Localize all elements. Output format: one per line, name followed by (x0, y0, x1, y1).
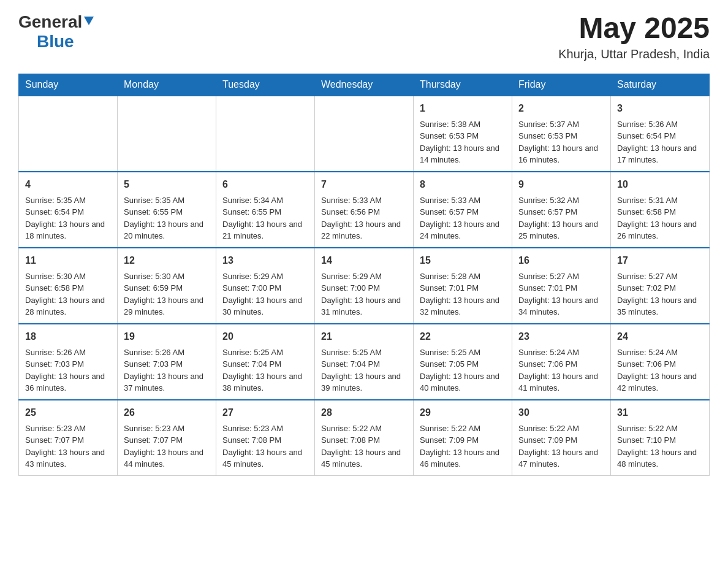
day-number: 4 (25, 177, 111, 192)
calendar-cell: 26Sunrise: 5:23 AM Sunset: 7:07 PM Dayli… (118, 400, 216, 476)
logo-general-text: General (18, 12, 82, 32)
day-info: Sunrise: 5:27 AM Sunset: 7:02 PM Dayligh… (617, 270, 703, 318)
day-info: Sunrise: 5:23 AM Sunset: 7:07 PM Dayligh… (25, 423, 111, 470)
calendar-cell: 16Sunrise: 5:27 AM Sunset: 7:01 PM Dayli… (512, 248, 611, 324)
calendar-body: 1Sunrise: 5:38 AM Sunset: 6:53 PM Daylig… (19, 96, 710, 476)
calendar-cell: 24Sunrise: 5:24 AM Sunset: 7:06 PM Dayli… (611, 324, 710, 400)
calendar-week-row: 18Sunrise: 5:26 AM Sunset: 7:03 PM Dayli… (19, 324, 710, 400)
day-number: 20 (222, 329, 308, 344)
calendar-cell (315, 96, 414, 172)
day-info: Sunrise: 5:26 AM Sunset: 7:03 PM Dayligh… (124, 347, 210, 394)
day-info: Sunrise: 5:24 AM Sunset: 7:06 PM Dayligh… (518, 347, 604, 394)
calendar-cell: 22Sunrise: 5:25 AM Sunset: 7:05 PM Dayli… (414, 324, 512, 400)
day-info: Sunrise: 5:26 AM Sunset: 7:03 PM Dayligh… (25, 347, 111, 394)
day-of-week-header: Tuesday (216, 74, 315, 96)
day-number: 21 (321, 329, 407, 344)
calendar-cell: 28Sunrise: 5:22 AM Sunset: 7:08 PM Dayli… (315, 400, 414, 476)
day-info: Sunrise: 5:34 AM Sunset: 6:55 PM Dayligh… (222, 194, 308, 242)
calendar-cell: 12Sunrise: 5:30 AM Sunset: 6:59 PM Dayli… (118, 248, 216, 324)
day-info: Sunrise: 5:33 AM Sunset: 6:56 PM Dayligh… (321, 194, 407, 242)
day-info: Sunrise: 5:25 AM Sunset: 7:04 PM Dayligh… (321, 347, 407, 394)
day-number: 27 (222, 405, 308, 420)
calendar-cell: 14Sunrise: 5:29 AM Sunset: 7:00 PM Dayli… (315, 248, 414, 324)
calendar-cell (216, 96, 315, 172)
day-info: Sunrise: 5:35 AM Sunset: 6:54 PM Dayligh… (25, 194, 111, 242)
day-info: Sunrise: 5:27 AM Sunset: 7:01 PM Dayligh… (518, 270, 604, 318)
day-info: Sunrise: 5:37 AM Sunset: 6:53 PM Dayligh… (518, 118, 604, 166)
day-info: Sunrise: 5:29 AM Sunset: 7:00 PM Dayligh… (222, 270, 308, 318)
day-info: Sunrise: 5:25 AM Sunset: 7:05 PM Dayligh… (420, 347, 506, 394)
day-of-week-header: Sunday (19, 74, 118, 96)
day-number: 15 (420, 253, 506, 268)
logo-triangle-icon (84, 17, 94, 25)
day-number: 6 (222, 177, 308, 192)
calendar-week-row: 4Sunrise: 5:35 AM Sunset: 6:54 PM Daylig… (19, 172, 710, 248)
day-info: Sunrise: 5:29 AM Sunset: 7:00 PM Dayligh… (321, 270, 407, 318)
day-info: Sunrise: 5:22 AM Sunset: 7:08 PM Dayligh… (321, 423, 407, 470)
day-info: Sunrise: 5:22 AM Sunset: 7:09 PM Dayligh… (420, 423, 506, 470)
calendar-cell (118, 96, 216, 172)
page-header: General Blue May 2025 Khurja, Uttar Prad… (18, 12, 710, 61)
day-number: 12 (124, 253, 210, 268)
calendar-cell: 13Sunrise: 5:29 AM Sunset: 7:00 PM Dayli… (216, 248, 315, 324)
day-of-week-header: Monday (118, 74, 216, 96)
calendar-week-row: 11Sunrise: 5:30 AM Sunset: 6:58 PM Dayli… (19, 248, 710, 324)
day-number: 24 (617, 329, 703, 344)
day-number: 7 (321, 177, 407, 192)
calendar-week-row: 1Sunrise: 5:38 AM Sunset: 6:53 PM Daylig… (19, 96, 710, 172)
calendar-cell: 17Sunrise: 5:27 AM Sunset: 7:02 PM Dayli… (611, 248, 710, 324)
day-number: 29 (420, 405, 506, 420)
day-info: Sunrise: 5:31 AM Sunset: 6:58 PM Dayligh… (617, 194, 703, 242)
calendar-cell: 27Sunrise: 5:23 AM Sunset: 7:08 PM Dayli… (216, 400, 315, 476)
day-number: 28 (321, 405, 407, 420)
calendar-cell: 1Sunrise: 5:38 AM Sunset: 6:53 PM Daylig… (414, 96, 512, 172)
day-number: 18 (25, 329, 111, 344)
calendar-header: SundayMondayTuesdayWednesdayThursdayFrid… (19, 74, 710, 96)
day-info: Sunrise: 5:22 AM Sunset: 7:10 PM Dayligh… (617, 423, 703, 470)
day-number: 10 (617, 177, 703, 192)
day-info: Sunrise: 5:38 AM Sunset: 6:53 PM Dayligh… (420, 118, 506, 166)
calendar-cell: 31Sunrise: 5:22 AM Sunset: 7:10 PM Dayli… (611, 400, 710, 476)
day-number: 19 (124, 329, 210, 344)
calendar-cell (19, 96, 118, 172)
day-number: 30 (518, 405, 604, 420)
day-number: 25 (25, 405, 111, 420)
calendar-cell: 29Sunrise: 5:22 AM Sunset: 7:09 PM Dayli… (414, 400, 512, 476)
day-number: 9 (518, 177, 604, 192)
calendar-cell: 4Sunrise: 5:35 AM Sunset: 6:54 PM Daylig… (19, 172, 118, 248)
day-of-week-header: Wednesday (315, 74, 414, 96)
day-of-week-header: Thursday (414, 74, 512, 96)
location-subtitle: Khurja, Uttar Pradesh, India (558, 47, 710, 61)
day-info: Sunrise: 5:24 AM Sunset: 7:06 PM Dayligh… (617, 347, 703, 394)
day-info: Sunrise: 5:30 AM Sunset: 6:58 PM Dayligh… (25, 270, 111, 318)
day-number: 5 (124, 177, 210, 192)
day-info: Sunrise: 5:23 AM Sunset: 7:07 PM Dayligh… (124, 423, 210, 470)
day-info: Sunrise: 5:28 AM Sunset: 7:01 PM Dayligh… (420, 270, 506, 318)
day-info: Sunrise: 5:22 AM Sunset: 7:09 PM Dayligh… (518, 423, 604, 470)
calendar-cell: 3Sunrise: 5:36 AM Sunset: 6:54 PM Daylig… (611, 96, 710, 172)
calendar-cell: 5Sunrise: 5:35 AM Sunset: 6:55 PM Daylig… (118, 172, 216, 248)
day-number: 31 (617, 405, 703, 420)
calendar-cell: 11Sunrise: 5:30 AM Sunset: 6:58 PM Dayli… (19, 248, 118, 324)
calendar-table: SundayMondayTuesdayWednesdayThursdayFrid… (18, 74, 710, 476)
calendar-cell: 9Sunrise: 5:32 AM Sunset: 6:57 PM Daylig… (512, 172, 611, 248)
day-of-week-header: Friday (512, 74, 611, 96)
logo-blue-text: Blue (37, 32, 74, 51)
calendar-cell: 30Sunrise: 5:22 AM Sunset: 7:09 PM Dayli… (512, 400, 611, 476)
day-number: 3 (617, 101, 703, 116)
calendar-cell: 8Sunrise: 5:33 AM Sunset: 6:57 PM Daylig… (414, 172, 512, 248)
logo: General Blue (18, 12, 94, 52)
day-info: Sunrise: 5:25 AM Sunset: 7:04 PM Dayligh… (222, 347, 308, 394)
day-of-week-header: Saturday (611, 74, 710, 96)
day-number: 2 (518, 101, 604, 116)
day-info: Sunrise: 5:32 AM Sunset: 6:57 PM Dayligh… (518, 194, 604, 242)
calendar-cell: 21Sunrise: 5:25 AM Sunset: 7:04 PM Dayli… (315, 324, 414, 400)
day-number: 14 (321, 253, 407, 268)
day-number: 16 (518, 253, 604, 268)
day-info: Sunrise: 5:35 AM Sunset: 6:55 PM Dayligh… (124, 194, 210, 242)
calendar-cell: 6Sunrise: 5:34 AM Sunset: 6:55 PM Daylig… (216, 172, 315, 248)
day-number: 26 (124, 405, 210, 420)
calendar-cell: 18Sunrise: 5:26 AM Sunset: 7:03 PM Dayli… (19, 324, 118, 400)
day-info: Sunrise: 5:30 AM Sunset: 6:59 PM Dayligh… (124, 270, 210, 318)
calendar-cell: 7Sunrise: 5:33 AM Sunset: 6:56 PM Daylig… (315, 172, 414, 248)
